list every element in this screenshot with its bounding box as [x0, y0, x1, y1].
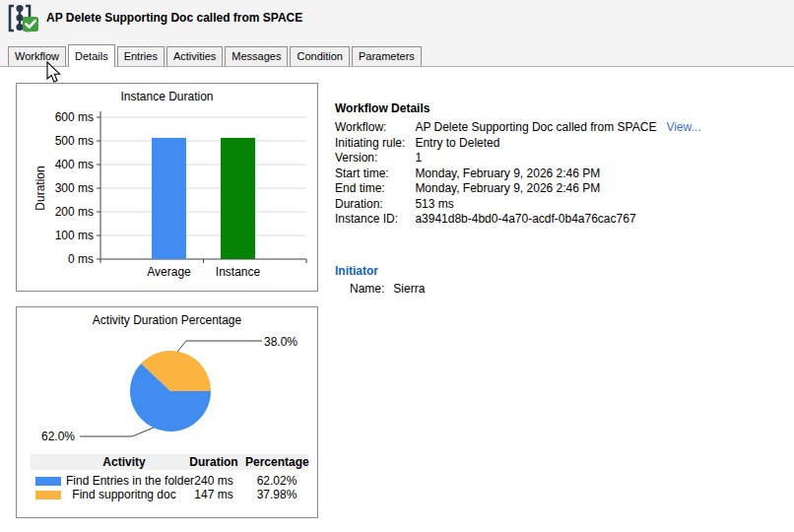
legend-percentage: 37.98% [245, 488, 308, 501]
bar-average [152, 138, 186, 259]
legend-activity: Find supporitng doc [66, 488, 182, 501]
workflow-details-section: Workflow Details Workflow:AP Delete Supp… [335, 101, 701, 228]
activity-legend-table: ActivityDurationPercentage Find Entries … [31, 454, 308, 501]
x-category-label: Average [147, 265, 191, 279]
detail-value-text: Monday, February 9, 2026 2:46 PM [415, 166, 600, 180]
y-tick-label: 300 ms [55, 181, 94, 195]
detail-value-text: 1 [415, 151, 422, 165]
header-band: AP Delete Supporting Doc called from SPA… [0, 0, 794, 67]
legend-row: Find Entries in the folder240 ms62.02% [31, 470, 308, 488]
detail-label: End time: [335, 181, 415, 197]
initiator-name-value: Sierra [393, 282, 425, 296]
detail-value-text: 513 ms [415, 197, 453, 211]
tab-bar: WorkflowDetailsEntriesActivitiesMessages… [8, 44, 424, 66]
detail-row: Duration:513 ms [335, 197, 701, 213]
detail-label: Start time: [335, 166, 415, 182]
detail-value-text: Entry to Deleted [415, 136, 499, 150]
tab-entries[interactable]: Entries [117, 46, 165, 66]
detail-row: Version:1 [335, 151, 701, 166]
tab-workflow[interactable]: Workflow [8, 46, 66, 66]
legend-header-swatch [31, 454, 66, 470]
bar-chart: 0 ms100 ms200 ms300 ms400 ms500 ms600 ms… [17, 84, 317, 291]
legend-header-percentage: Percentage [245, 454, 308, 470]
y-tick-label: 0 ms [68, 252, 94, 266]
detail-row: Initiating rule:Entry to Deleted [335, 136, 701, 152]
detail-row: Instance ID:a3941d8b-4bd0-4a70-acdf-0b4a… [335, 212, 701, 228]
detail-value: a3941d8b-4bd0-4a70-acdf-0b4a76cac767 [415, 212, 700, 228]
initiator-name-label: Name: [350, 282, 384, 296]
detail-value-text: AP Delete Supporting Doc called from SPA… [415, 120, 656, 134]
legend-header-row: ActivityDurationPercentage [31, 454, 308, 470]
initiator-name-row: Name:Sierra [335, 282, 425, 296]
detail-value: Monday, February 9, 2026 2:46 PM [415, 166, 700, 182]
detail-value: Monday, February 9, 2026 2:46 PM [415, 181, 700, 197]
y-tick-label: 100 ms [55, 229, 94, 242]
y-tick-label: 600 ms [55, 110, 94, 124]
legend-activity: Find Entries in the folder [66, 470, 182, 488]
detail-value: 1 [415, 151, 700, 166]
detail-row: Start time:Monday, February 9, 2026 2:46… [335, 166, 701, 182]
detail-label: Version: [335, 151, 415, 166]
detail-label: Duration: [335, 197, 415, 213]
y-tick-label: 400 ms [55, 158, 94, 171]
initiator-section: Initiator Name:Sierra [335, 264, 425, 296]
workflow-details-heading: Workflow Details [335, 101, 701, 115]
detail-label: Workflow: [335, 120, 415, 136]
tab-messages[interactable]: Messages [225, 46, 288, 66]
legend-swatch [35, 477, 61, 486]
legend-row: Find supporitng doc147 ms37.98% [31, 488, 308, 501]
y-tick-label: 200 ms [55, 205, 94, 219]
y-tick-label: 500 ms [55, 134, 94, 148]
workflow-details-rows: Workflow:AP Delete Supporting Doc called… [335, 120, 701, 228]
tab-condition[interactable]: Condition [290, 46, 349, 66]
tab-parameters[interactable]: Parameters [352, 46, 422, 66]
initiator-heading: Initiator [335, 264, 425, 278]
legend-duration: 147 ms [182, 488, 245, 501]
workflow-check-icon [5, 3, 40, 33]
detail-value: Entry to Deleted [415, 136, 700, 152]
detail-value-text: a3941d8b-4bd0-4a70-acdf-0b4a76cac767 [415, 212, 635, 226]
tab-activities[interactable]: Activities [166, 46, 223, 66]
detail-value-text: Monday, February 9, 2026 2:46 PM [415, 181, 600, 195]
detail-value: AP Delete Supporting Doc called from SPA… [415, 120, 700, 136]
legend-swatch [35, 491, 61, 499]
page-title: AP Delete Supporting Doc called from SPA… [46, 11, 302, 25]
bar-instance [221, 138, 255, 259]
callout-line-38 [177, 341, 262, 352]
view-workflow-link[interactable]: View... [666, 120, 700, 134]
legend-header-activity: Activity [66, 454, 182, 470]
tab-details[interactable]: Details [68, 44, 115, 67]
detail-label: Instance ID: [335, 212, 415, 228]
instance-duration-chart-panel: Instance Duration Duration 0 ms100 ms200… [16, 83, 318, 292]
legend-percentage: 62.02% [245, 470, 308, 488]
legend-header-duration: Duration [182, 454, 245, 470]
workflow-instance-window: { "header": { "title": "AP Delete Suppor… [0, 0, 794, 532]
detail-row: End time:Monday, February 9, 2026 2:46 P… [335, 181, 701, 197]
activity-duration-chart-panel: Activity Duration Percentage 38.0% 62.0%… [16, 306, 318, 518]
pie-callout-label-38: 38.0% [264, 335, 298, 349]
detail-label: Initiating rule: [335, 136, 415, 152]
pie-callout-label-62: 62.0% [37, 430, 75, 443]
detail-value: 513 ms [415, 197, 700, 213]
callout-line-62 [80, 428, 154, 436]
detail-row: Workflow:AP Delete Supporting Doc called… [335, 120, 701, 136]
x-category-label: Instance [216, 265, 261, 279]
